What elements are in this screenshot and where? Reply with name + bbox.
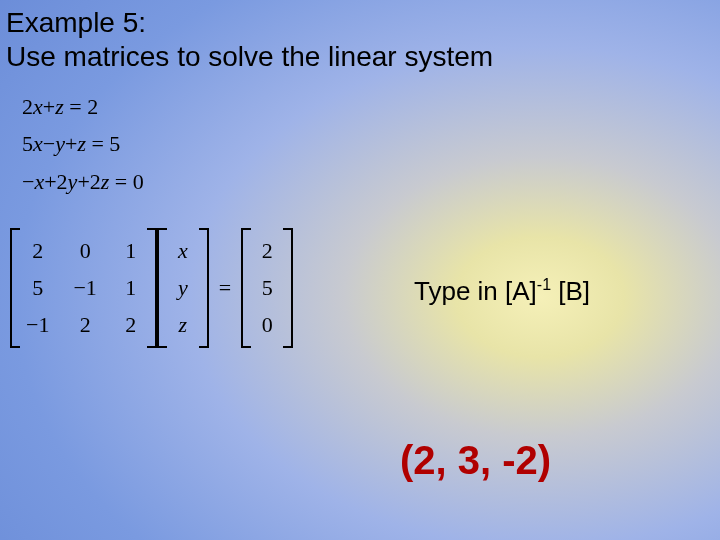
eq1-var2: z (55, 94, 64, 119)
bracket-right-icon (199, 228, 209, 348)
b-r1: 5 (257, 275, 277, 301)
vector-b: 2 5 0 (241, 228, 293, 348)
eq3-var2: y (68, 169, 78, 194)
a-r1c2: 1 (121, 275, 141, 301)
matrix-equation: 2 0 1 5 −1 1 −1 2 2 x y z = 2 5 0 (10, 228, 293, 348)
eq1-var1: x (33, 94, 43, 119)
eq3-rhs: 0 (133, 169, 144, 194)
eq1-eq: = (69, 94, 81, 119)
eq3-op1: + (44, 169, 56, 194)
eq2-op2: + (65, 131, 77, 156)
bracket-right-icon (147, 228, 157, 348)
b-r0: 2 (257, 238, 277, 264)
equation-3: −x+2y+2z = 0 (22, 163, 144, 200)
hint-suffix: [B] (551, 276, 590, 306)
vector-x-grid: x y z (167, 228, 199, 348)
a-r1c0: 5 (28, 275, 48, 301)
hint-prefix: Type in [A] (414, 276, 537, 306)
eq2-var1: x (33, 131, 43, 156)
a-r2c0: −1 (26, 312, 49, 338)
bracket-left-icon (157, 228, 167, 348)
equation-2: 5x−y+z = 5 (22, 125, 144, 162)
eq1-op1: + (43, 94, 55, 119)
eq2-var2: y (55, 131, 65, 156)
vector-b-grid: 2 5 0 (251, 228, 283, 348)
a-r2c1: 2 (75, 312, 95, 338)
system-equations: 2x+z = 2 5x−y+z = 5 −x+2y+2z = 0 (22, 88, 144, 200)
eq3-coef2: 2 (57, 169, 68, 194)
bracket-left-icon (10, 228, 20, 348)
eq1-coef1: 2 (22, 94, 33, 119)
eq3-eq: = (115, 169, 127, 194)
eq3-var1: x (34, 169, 44, 194)
a-r0c1: 0 (75, 238, 95, 264)
eq3-var3: z (101, 169, 110, 194)
eq2-coef1: 5 (22, 131, 33, 156)
eq3-neg: − (22, 169, 34, 194)
eq3-op2: + (77, 169, 89, 194)
x-r0: x (173, 238, 193, 264)
eq2-rhs: 5 (109, 131, 120, 156)
b-r2: 0 (257, 312, 277, 338)
matrix-a-grid: 2 0 1 5 −1 1 −1 2 2 (20, 228, 147, 348)
slide-title: Example 5: Use matrices to solve the lin… (6, 6, 493, 73)
title-line-2: Use matrices to solve the linear system (6, 40, 493, 74)
eq2-op1: − (43, 131, 55, 156)
equals-sign: = (209, 275, 241, 301)
hint-text: Type in [A]-1 [B] (414, 276, 590, 307)
solution-tuple: (2, 3, -2) (400, 438, 551, 483)
x-r1: y (173, 275, 193, 301)
matrix-a: 2 0 1 5 −1 1 −1 2 2 (10, 228, 157, 348)
a-r0c0: 2 (28, 238, 48, 264)
vector-x: x y z (157, 228, 209, 348)
x-r2: z (173, 312, 193, 338)
eq1-rhs: 2 (87, 94, 98, 119)
equation-1: 2x+z = 2 (22, 88, 144, 125)
title-line-1: Example 5: (6, 6, 493, 40)
eq3-coef3: 2 (90, 169, 101, 194)
bracket-left-icon (241, 228, 251, 348)
hint-exponent: -1 (537, 276, 551, 293)
a-r1c1: −1 (73, 275, 96, 301)
eq2-eq: = (91, 131, 103, 156)
a-r2c2: 2 (121, 312, 141, 338)
eq2-var3: z (77, 131, 86, 156)
bracket-right-icon (283, 228, 293, 348)
a-r0c2: 1 (121, 238, 141, 264)
